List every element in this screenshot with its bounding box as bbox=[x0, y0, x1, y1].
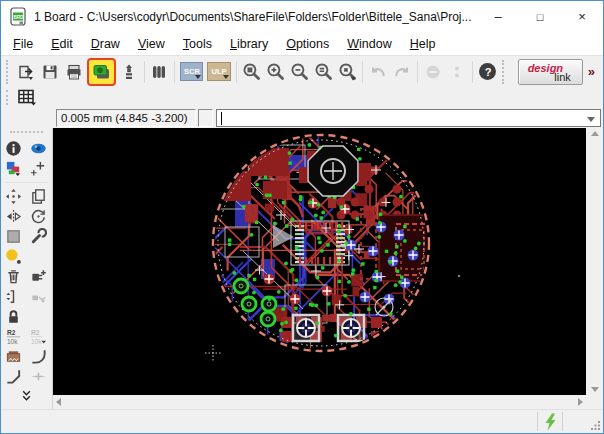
info-button[interactable] bbox=[2, 138, 26, 158]
menu-file[interactable]: File bbox=[4, 35, 42, 53]
show-button[interactable] bbox=[27, 138, 51, 158]
zoom-redraw-button[interactable] bbox=[311, 59, 335, 84]
minimize-button[interactable]: – bbox=[477, 1, 519, 32]
design-link-button[interactable]: design link bbox=[518, 59, 583, 85]
rotate-button[interactable] bbox=[27, 206, 51, 226]
mirror-icon bbox=[5, 208, 22, 225]
redo-button bbox=[390, 59, 414, 84]
zoom-select-icon bbox=[338, 62, 357, 81]
maximize-button[interactable]: □ bbox=[519, 1, 561, 32]
miter-icon bbox=[30, 348, 47, 365]
switch-board-button-highlight[interactable] bbox=[87, 58, 116, 86]
lock-button[interactable] bbox=[2, 306, 26, 326]
command-input[interactable] bbox=[216, 109, 601, 127]
add-part-button[interactable] bbox=[27, 266, 51, 286]
save-icon bbox=[41, 63, 59, 81]
help-button[interactable]: ? bbox=[476, 59, 500, 84]
zoom-select-button[interactable] bbox=[335, 59, 359, 84]
mark-crosshair-icon bbox=[30, 160, 47, 177]
zoom-redraw-icon bbox=[314, 62, 333, 81]
svg-text:?: ? bbox=[485, 66, 492, 78]
pinswap-button[interactable] bbox=[2, 286, 26, 306]
save-button[interactable] bbox=[38, 59, 62, 84]
menu-library[interactable]: Library bbox=[221, 35, 277, 53]
grid-button[interactable] bbox=[14, 88, 42, 107]
close-button[interactable]: × bbox=[561, 1, 603, 32]
delete-button[interactable] bbox=[2, 266, 26, 286]
scroll-right-arrow[interactable] bbox=[578, 398, 583, 406]
layer-bars-icon bbox=[150, 63, 168, 81]
menu-draw[interactable]: Draw bbox=[82, 35, 129, 53]
move-arrows-icon bbox=[5, 188, 22, 205]
miter-button[interactable] bbox=[27, 346, 51, 366]
move-button[interactable] bbox=[2, 186, 26, 206]
ratsnest-button[interactable] bbox=[2, 346, 26, 366]
change-button[interactable] bbox=[27, 226, 51, 246]
scroll-up-arrow[interactable] bbox=[591, 131, 599, 136]
zoom-fit-button[interactable] bbox=[239, 59, 263, 84]
replace-icon bbox=[30, 288, 47, 305]
empty-slot bbox=[27, 246, 51, 266]
main-toolbar: SCR ULP bbox=[1, 55, 603, 87]
name-icon: R2 10k bbox=[5, 328, 22, 345]
cam-processor-button[interactable] bbox=[117, 59, 141, 84]
mark-button[interactable] bbox=[27, 158, 51, 178]
stop-button bbox=[421, 59, 445, 84]
menu-window[interactable]: Window bbox=[338, 35, 400, 53]
menu-view[interactable]: View bbox=[129, 35, 174, 53]
split-button[interactable] bbox=[2, 366, 26, 386]
display-layers-button[interactable] bbox=[2, 158, 26, 178]
coordinate-mode-box[interactable] bbox=[198, 109, 213, 127]
toolbar-separator bbox=[417, 61, 418, 83]
drag-handle bbox=[10, 131, 43, 136]
resize-grip[interactable] bbox=[587, 410, 603, 433]
status-bar bbox=[1, 409, 603, 433]
name-button[interactable]: R2 10k bbox=[2, 326, 26, 346]
pcb-layout-graphic bbox=[53, 128, 586, 395]
print-button[interactable] bbox=[62, 59, 86, 84]
zoom-fit-icon bbox=[242, 62, 261, 81]
group-button[interactable] bbox=[2, 226, 26, 246]
menu-bar: FileEditDrawViewToolsLibraryOptionsWindo… bbox=[1, 32, 603, 55]
scrollbar-corner bbox=[586, 395, 603, 409]
menu-options[interactable]: Options bbox=[277, 35, 338, 53]
layers-icon bbox=[5, 160, 22, 177]
menu-tools[interactable]: Tools bbox=[174, 35, 221, 53]
zoom-in-button[interactable] bbox=[263, 59, 287, 84]
svg-text:R2: R2 bbox=[7, 329, 16, 336]
scroll-left-arrow[interactable] bbox=[56, 398, 61, 406]
script-button[interactable]: SCR bbox=[180, 62, 203, 81]
smash-button[interactable] bbox=[2, 246, 26, 266]
horizontal-scrollbar[interactable] bbox=[53, 395, 586, 409]
menu-edit[interactable]: Edit bbox=[42, 35, 82, 53]
lock-icon bbox=[5, 308, 22, 325]
command-bar: 0.005 mm (4.845 -3.200) bbox=[1, 108, 603, 128]
help-icon: ? bbox=[478, 62, 497, 81]
toolbar-separator bbox=[472, 61, 473, 83]
vertical-scrollbar[interactable] bbox=[586, 128, 603, 395]
drag-handle bbox=[502, 60, 506, 84]
layer-settings-button[interactable] bbox=[148, 59, 172, 84]
menu-help[interactable]: Help bbox=[401, 35, 445, 53]
zoom-out-button[interactable] bbox=[287, 59, 311, 84]
board-icon bbox=[92, 62, 111, 81]
mirror-button[interactable] bbox=[2, 206, 26, 226]
copy-button[interactable] bbox=[27, 186, 51, 206]
scroll-down-arrow[interactable] bbox=[591, 387, 599, 392]
toolbar-overflow-button[interactable]: » bbox=[583, 64, 600, 79]
ratsnest-icon bbox=[5, 348, 22, 365]
grid-toolbar bbox=[1, 87, 603, 108]
print-icon bbox=[65, 63, 83, 81]
open-button[interactable] bbox=[14, 59, 38, 84]
board-canvas[interactable] bbox=[53, 128, 586, 395]
status-empty-cell bbox=[563, 410, 587, 433]
double-chevron-down-icon bbox=[19, 388, 34, 403]
more-tools-button[interactable] bbox=[2, 386, 52, 404]
ulp-button[interactable]: ULP bbox=[207, 62, 230, 81]
chevron-down-icon[interactable] bbox=[587, 117, 595, 122]
tool-sidebar: R2 10k R2 10k bbox=[1, 128, 53, 409]
board-file-icon: BRD bbox=[10, 7, 27, 26]
lightning-icon bbox=[543, 413, 558, 431]
status-message-area bbox=[1, 410, 537, 433]
undo-button bbox=[366, 59, 390, 84]
